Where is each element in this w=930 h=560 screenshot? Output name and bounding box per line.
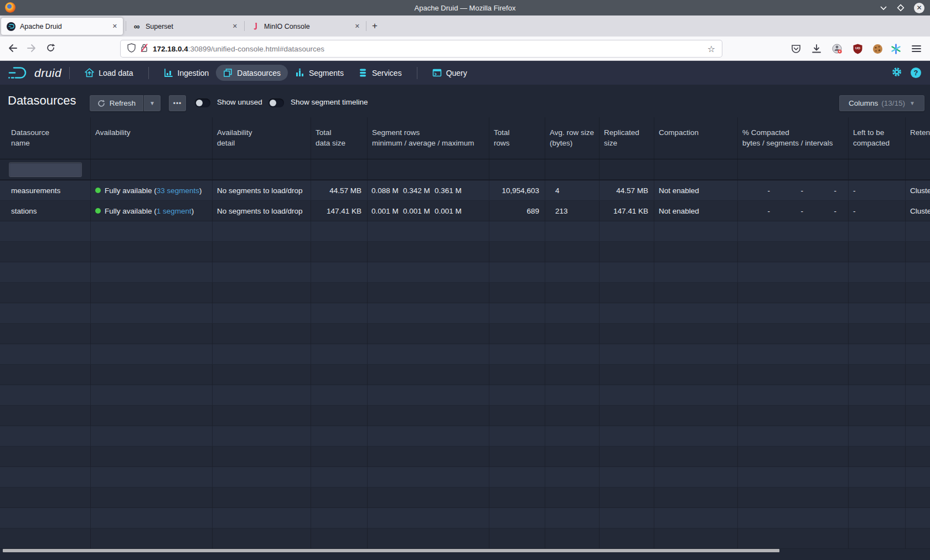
pct-compacted-cell [738,365,849,385]
pocket-icon[interactable] [790,43,802,55]
retention-cell [906,385,930,406]
asterisk-extension-icon[interactable] [890,43,902,55]
pct-compacted-value: - [804,186,838,195]
column-header-compaction[interactable]: Compaction [654,117,738,159]
tab-close-icon[interactable]: ✕ [355,23,360,30]
new-tab-button[interactable]: + [372,20,378,32]
total-rows-cell [489,324,545,344]
tab-apache-druid[interactable]: Apache Druid ✕ [1,18,123,35]
nav-item-segments[interactable]: Segments [288,65,351,81]
bookmark-star-icon[interactable]: ☆ [707,44,715,54]
left-to-be-compacted-cell [849,447,906,467]
horizontal-scrollbar-thumb[interactable] [3,549,779,552]
window-close-icon[interactable]: ✕ [914,3,924,13]
column-header-availability-detail[interactable]: Availabilitydetail [213,117,311,159]
total-data-size-cell [311,344,368,365]
column-header-line1: Availability [217,127,252,138]
more-actions-button[interactable]: ••• [169,95,186,111]
menu-hamburger-icon[interactable] [910,43,922,55]
nav-item-load-data[interactable]: Load data [78,65,140,81]
segment-rows-cell [368,262,489,283]
filter-cell [654,159,738,180]
toggle-knob [270,100,276,106]
extension-icon[interactable] [831,43,843,55]
tab-close-icon[interactable]: ✕ [232,23,237,30]
columns-button[interactable]: Columns (13/15) ▼ [839,95,924,111]
availability-cell [91,324,213,344]
segment-rows-cell [368,488,489,508]
tracking-shield-icon[interactable] [127,43,136,55]
filter-cell [600,159,654,180]
druid-favicon [7,22,16,31]
empty-row [0,283,930,303]
datasource-filter-cell [0,159,91,180]
total-data-size-cell [311,385,368,406]
ublock-shield-icon[interactable]: UO [851,43,864,55]
druid-logo[interactable]: druid [8,65,61,80]
column-header-total-data-size[interactable]: Totaldata size [311,117,368,159]
total-rows-cell [489,344,545,365]
pct-compacted-cell [738,426,849,447]
tab-superset[interactable]: ∞ Superset ✕ [127,18,243,35]
column-header-replicated-size[interactable]: Replicatedsize [600,117,654,159]
cookie-icon[interactable] [871,43,884,55]
availability-detail-cell [213,344,311,365]
segment-rows-cell [368,303,489,324]
datasource-name-cell [0,344,91,365]
filter-cell [489,159,545,180]
datasource-name-cell [0,365,91,385]
empty-row [0,426,930,447]
pct-compacted-cell [738,283,849,303]
compaction-cell [654,365,738,385]
column-header-retention[interactable]: Retention [906,117,930,159]
nav-item-query[interactable]: Query [425,65,474,81]
column-header-total-rows[interactable]: Totalrows [489,117,545,159]
segments-link[interactable]: 1 segment [157,207,192,215]
datasource-filter-input[interactable] [9,162,82,177]
filter-cell [906,159,930,180]
refresh-button[interactable]: Refresh [90,95,143,111]
downloads-icon[interactable] [810,43,823,55]
window-maximize-icon[interactable] [897,4,905,12]
segments-link[interactable]: 33 segments [157,186,199,195]
help-icon[interactable]: ? [911,68,921,78]
url-bar[interactable]: 172.18.0.4:30899/unified-console.html#da… [121,40,722,57]
replicated-size-cell [600,385,654,406]
insecure-lock-icon[interactable] [140,43,148,55]
back-button[interactable] [8,44,18,55]
column-header-avg-row-size-bytes[interactable]: Avg. row size(bytes) [545,117,600,159]
retention-cell [906,303,930,324]
column-header-segment-rows-minimum-average-maximum[interactable]: Segment rowsminimum / average / maximum [368,117,489,159]
compaction-cell [654,406,738,426]
column-header-availability[interactable]: Availability [91,117,213,159]
total-rows-cell [489,221,545,242]
empty-row [0,447,930,467]
refresh-dropdown-caret[interactable]: ▼ [144,95,161,111]
column-header-compacted-bytes-segments-intervals[interactable]: % Compactedbytes / segments / intervals [738,117,849,159]
total-data-size-cell [311,447,368,467]
empty-row [0,528,930,549]
column-header-line2: size [604,138,617,148]
empty-row [0,467,930,488]
column-header-left-to-be-compacted[interactable]: Left to becompacted [849,117,906,159]
datasource-name-cell[interactable]: stations [0,201,91,221]
tab-close-icon[interactable]: ✕ [112,23,117,30]
reload-button[interactable] [46,43,55,55]
retention-cell [906,242,930,262]
window-minimize-icon[interactable] [880,6,887,11]
nav-item-services[interactable]: Services [351,65,409,81]
availability-detail-cell [213,385,311,406]
show-unused-label: Show unused [217,98,262,106]
show-segment-timeline-toggle[interactable] [268,98,284,107]
show-unused-toggle[interactable] [195,98,210,107]
datasource-name-cell[interactable]: measurements [0,180,91,201]
pct-compacted-cell [738,406,849,426]
pct-compacted-cell [738,242,849,262]
tab-minio[interactable]: MinIO Console ✕ [245,18,365,35]
availability-cell: Fully available (1 segment) [91,201,213,221]
forward-button[interactable] [27,44,37,55]
column-header-datasource-name[interactable]: Datasourcename [0,117,91,159]
nav-item-datasources[interactable]: Datasources [216,65,288,81]
nav-item-ingestion[interactable]: Ingestion [157,65,216,81]
settings-gear-icon[interactable] [891,66,902,80]
